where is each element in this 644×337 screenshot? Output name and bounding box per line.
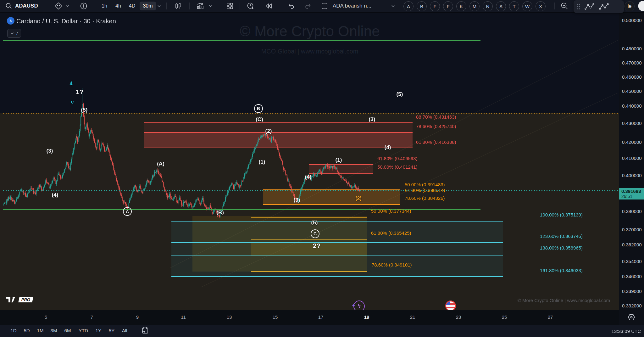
layout-letter-button-n-6[interactable]: N xyxy=(483,1,493,11)
redo-button[interactable] xyxy=(303,1,313,11)
clock-utc[interactable]: 13:33:09 UTC xyxy=(612,329,641,334)
layout-letter-button-k-4[interactable]: K xyxy=(456,1,466,11)
save-layout-button[interactable] xyxy=(319,1,330,11)
support-line-upper[interactable] xyxy=(3,40,480,41)
fib-level-label: 50.00% (0.391483) xyxy=(405,182,445,187)
wave-label: (B) xyxy=(216,210,224,216)
fib-level-label: 50.00% (0.377344) xyxy=(371,208,411,214)
range-button-1d[interactable]: 1D xyxy=(8,327,18,334)
symbol-name[interactable]: ADAUSD xyxy=(15,1,38,11)
symbol-legend-title[interactable]: Cardano / U. S. Dollar · 30 · Kraken xyxy=(16,18,116,25)
floating-drawing-toolbar[interactable] xyxy=(574,0,624,13)
alert-button[interactable] xyxy=(245,1,256,11)
range-button-1m[interactable]: 1M xyxy=(35,327,46,334)
time-tick: 13 xyxy=(227,314,232,320)
range-button-5d[interactable]: 5D xyxy=(22,327,31,334)
range-button-5y[interactable]: 5Y xyxy=(107,327,116,334)
redo-icon xyxy=(304,2,312,10)
timeframe-dropdown[interactable] xyxy=(156,1,162,11)
range-button-1y[interactable]: 1Y xyxy=(94,327,103,334)
top-toolbar: ADAUSD 1h4h4D30m xyxy=(0,0,644,13)
go-to-date-button[interactable] xyxy=(141,327,149,336)
quick-search-button[interactable] xyxy=(559,1,570,11)
toolbar-separator xyxy=(281,3,281,9)
layout-letter-button-m-5[interactable]: M xyxy=(469,1,480,11)
chart-canvas[interactable] xyxy=(0,0,644,337)
layout-letter-button-f-3[interactable]: F xyxy=(443,1,453,11)
symbol-search-button[interactable] xyxy=(4,1,14,11)
range-button-all[interactable]: All xyxy=(120,327,129,334)
tradingview-logo[interactable]: PRO xyxy=(6,296,33,303)
replay-button[interactable] xyxy=(264,1,274,11)
timeframe-group: 1h4h4D30m xyxy=(98,1,156,11)
bar-countdown: 26:51 xyxy=(621,194,644,199)
layout-letter-button-w-9[interactable]: W xyxy=(522,1,532,11)
layout-grid-button[interactable] xyxy=(225,1,235,11)
wave-label: (4) xyxy=(385,144,391,151)
indicators-button[interactable] xyxy=(195,1,206,11)
time-tick: 11 xyxy=(181,314,186,320)
search-lightning-icon xyxy=(560,2,569,10)
wave-label: (3) xyxy=(369,116,375,123)
polyline-tool-icon[interactable] xyxy=(584,3,595,11)
layout-letter-button-x-10[interactable]: X xyxy=(536,1,546,11)
partial-white-button[interactable] xyxy=(638,1,644,11)
layout-letter-button-b-1[interactable]: B xyxy=(417,1,427,11)
wave-label: (3) xyxy=(294,197,300,203)
price-tick: 0.400000 xyxy=(622,173,642,178)
legend-collapse-button[interactable]: 7 xyxy=(7,29,21,38)
timeframe-button-30m[interactable]: 30m xyxy=(140,2,156,10)
axis-settings-hexagon-icon[interactable] xyxy=(627,313,636,323)
fib-level-label: 100.00% (0.375139) xyxy=(540,212,583,217)
timeframe-button-4d[interactable]: 4D xyxy=(126,2,138,10)
timeframe-button-1h[interactable]: 1h xyxy=(98,2,111,10)
undo-button[interactable] xyxy=(286,1,296,11)
price-tick: 0.470000 xyxy=(622,60,642,65)
layout-letter-button-s-7[interactable]: S xyxy=(496,1,506,11)
range-button-ytd[interactable]: YTD xyxy=(77,327,90,334)
price-tick: 0.420000 xyxy=(622,139,642,145)
symbol-type-button[interactable] xyxy=(53,1,64,11)
compare-add-button[interactable] xyxy=(79,1,89,11)
chevron-down-icon xyxy=(208,4,213,8)
price-tick: 0.450000 xyxy=(622,88,642,94)
polyline-tool-icon-2[interactable] xyxy=(599,3,609,11)
price-tick: 0.362000 xyxy=(622,242,642,247)
undo-icon xyxy=(287,2,295,10)
price-tick: 0.500000 xyxy=(622,18,642,23)
current-price-dotted-line[interactable] xyxy=(3,190,618,191)
layout-box-icon xyxy=(320,2,329,10)
time-tick: 7 xyxy=(91,314,93,320)
price-tick: 0.370000 xyxy=(622,227,642,232)
layout-letter-button-a-0[interactable]: A xyxy=(403,1,414,11)
fib-level-label: 61.80% (0.388514) xyxy=(405,188,445,193)
layout-letter-button-f-2[interactable]: F xyxy=(430,1,440,11)
wave-label: (5) xyxy=(81,107,88,113)
plus-circle-icon xyxy=(80,2,88,10)
wave-label: A xyxy=(123,207,132,216)
chevron-down-icon xyxy=(65,4,69,8)
fib-100-dotted-line[interactable] xyxy=(3,113,618,114)
range-button-6m[interactable]: 6M xyxy=(63,327,73,334)
timeframe-button-4h[interactable]: 4h xyxy=(112,2,125,10)
layout-letter-button-t-8[interactable]: T xyxy=(509,1,519,11)
wave-label: (4) xyxy=(305,174,312,180)
wave-label: (3) xyxy=(47,148,53,154)
wave-label: (C) xyxy=(256,116,263,123)
time-tick: 15 xyxy=(273,314,278,320)
indicators-dropdown[interactable] xyxy=(208,1,214,11)
time-tick: 25 xyxy=(502,314,507,320)
partial-button-le[interactable]: le xyxy=(625,1,635,11)
price-tick: 0.410000 xyxy=(622,155,642,161)
fib-level-label: 123.60% (0.363746) xyxy=(540,233,583,239)
fib-level-label: 138.00% (0.356965) xyxy=(540,245,583,250)
layout-dropdown[interactable] xyxy=(390,1,396,11)
range-button-3m[interactable]: 3M xyxy=(49,327,59,334)
pro-badge: PRO xyxy=(18,297,33,302)
symbol-type-dropdown[interactable] xyxy=(64,1,70,11)
fib-level-label: 61.80% (0.416388) xyxy=(416,139,456,145)
layout-name[interactable]: ADA bearish n... xyxy=(333,1,371,11)
wave-label: (1) xyxy=(336,157,342,163)
tradingview-app: © More Crypto Online MCO Global | www.mc… xyxy=(0,0,644,337)
chart-type-button[interactable] xyxy=(173,1,184,11)
